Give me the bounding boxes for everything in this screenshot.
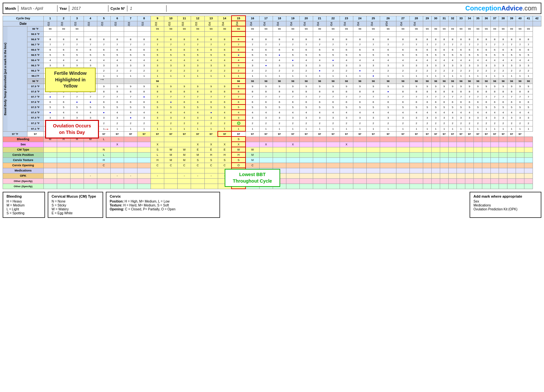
date-40 [516,21,524,26]
cm-sticky: S = Sticky [52,204,99,207]
meds-label: Medications [3,168,44,173]
date-38 [499,21,507,26]
date-10: 29/03 [164,21,178,26]
temp-row-973: 97.3 °F 333333●3 333333 3 33333333333333… [3,115,541,120]
temp-983-label: 98.3 °F [27,63,44,68]
temp-989-label: 98.9 °F [27,31,44,37]
date-25: 13/04 [367,21,380,26]
cervix-open-label: Cervix Opening [3,163,44,168]
temp-row-974: 97.4 °F ●444●444 4444●4 4 44444444444444… [3,110,541,115]
cd-6: 6 [110,16,124,21]
cervix-position: Position: H = High, M= Medium, L = Low [110,200,216,203]
date-31 [440,21,448,26]
date-41 [524,21,533,26]
cd-5: 5 [97,16,110,21]
cervix-tex-label: Cervix Texture [3,157,44,163]
temp-row-985: 98.5 °F 55555555 555555 ● 55●55555555555… [3,52,541,57]
date-14: 02/04 [218,21,232,26]
temp-974-label: 97.4 °F [27,110,44,115]
cd-14: 14 [218,16,232,21]
date-16: 04/04 [246,21,259,26]
temp-98-label: 98 °F [27,78,44,84]
cm-legend-title: Cervical Mucus (CM) Type [52,194,99,198]
cd-38: 38 [499,16,507,21]
date-15: 03/04 [232,21,246,26]
header-bar: Month March - April Year 2017 Cycle N° 1… [3,3,541,14]
date-30 [431,21,440,26]
marks-legend-title: Add mark where appropriate [473,194,537,198]
marks-meds: Medications [473,204,537,207]
cd-37: 37 [490,16,499,21]
cd-25: 25 [367,16,380,21]
temp-row-99: Basal Body Temp Fahrenheit (put a mark i… [3,26,541,31]
bleeding-legend-s: S = Spotting [7,211,41,215]
date-row: Date 20/03 21/03 22/03 23/03 24/03 25/03… [3,21,541,26]
date-27: 15/04 [396,21,410,26]
bleeding-legend-h: H = Heavy [7,200,41,203]
cycle-label: Cycle N° [108,6,127,11]
page-container: Month March - April Year 2017 Cycle N° 1… [0,0,544,392]
cd-30: 30 [431,16,440,21]
cervix-position-row: Cervix Position L LMMMHH H M [3,152,541,157]
cd-11: 11 [178,16,191,21]
cycle-day-row: Cycle Day 1 2 3 4 5 6 7 8 9 10 11 12 13 … [3,16,541,21]
marks-opk: Ovulation Prediction Kit (OPK) [473,207,537,211]
marks-legend: Add mark where appropriate Sex Medicatio… [470,192,541,218]
date-21: 09/04 [313,21,326,26]
date-28: 16/04 [410,21,423,26]
cd-35: 35 [474,16,482,21]
cd-1: 1 [43,16,57,21]
cd-8: 8 [137,16,151,21]
site-brand: ConceptionAdvice.com [461,3,541,13]
cm-watery: W = Watery [52,207,99,211]
opk-label: OPK [3,173,44,178]
cd-4: 4 [84,16,97,21]
legend-area: Bleeding H = Heavy M = Medium L = Light … [3,192,541,218]
cd-9: 9 [151,16,164,21]
temp-971-label: 97.1 °F [27,126,44,131]
temp-976-label: 97.6 °F [27,99,44,105]
temp-973-label: 97.3 °F [27,115,44,120]
other1-label: Other (Specify) [3,178,44,184]
cm-label: CM Type [3,147,44,152]
date-42 [533,21,541,26]
cm-type-row: CM Type N SWWEEE W W [3,147,541,152]
temp-row-984: 98.4 °F 44444444 444444 4 444●44●4444444… [3,57,541,63]
date-1: 20/03 [43,21,57,26]
cd-20: 20 [299,16,313,21]
cd-2: 2 [57,16,70,21]
date-18: 06/04 [273,21,286,26]
date-39 [507,21,516,26]
cd-31: 31 [440,16,448,21]
bleeding-legend-l: L = Light [7,207,41,211]
bleeding-legend: Bleeding H = Heavy M = Medium L = Light … [3,192,45,218]
date-19: 07/04 [286,21,299,26]
temp-row-989: 98.9 °F [3,31,541,37]
date-9: 28/03 [151,21,164,26]
cd-39: 39 [507,16,516,21]
cm-egg: E = Egg White [52,211,99,215]
cycle-value: 1 [127,5,167,12]
temp-977-label: 97.7 °F [27,94,44,99]
temp-982-label: 98.2 °F [27,68,44,73]
date-6: 25/03 [110,21,124,26]
date-26: 014/04 [380,21,396,26]
cd-26: 26 [380,16,396,21]
cd-28: 28 [410,16,423,21]
cervix-legend: Cervix Position: H = High, M= Medium, L … [106,192,220,218]
temp-986-label: 98.6 °F [27,47,44,52]
cm-none: N = None [52,200,99,203]
temp-975-label: 97.5 °F [27,105,44,110]
date-24: 12/04 [353,21,367,26]
year-value: 2017 [69,5,108,12]
lowest-bbt-annotation: Lowest BBTThroughout Cycle [225,169,280,187]
cd-41: 41 [524,16,533,21]
date-2: 21/03 [57,21,70,26]
cycle-day-label: Cycle Day [3,16,44,21]
main-chart-table: Cycle Day 1 2 3 4 5 6 7 8 9 10 11 12 13 … [3,15,541,189]
date-12: 31/03 [191,21,204,26]
cd-19: 19 [286,16,299,21]
date-33 [457,21,465,26]
year-label: Year [57,6,69,11]
bleeding-legend-title: Bleeding [7,194,41,198]
